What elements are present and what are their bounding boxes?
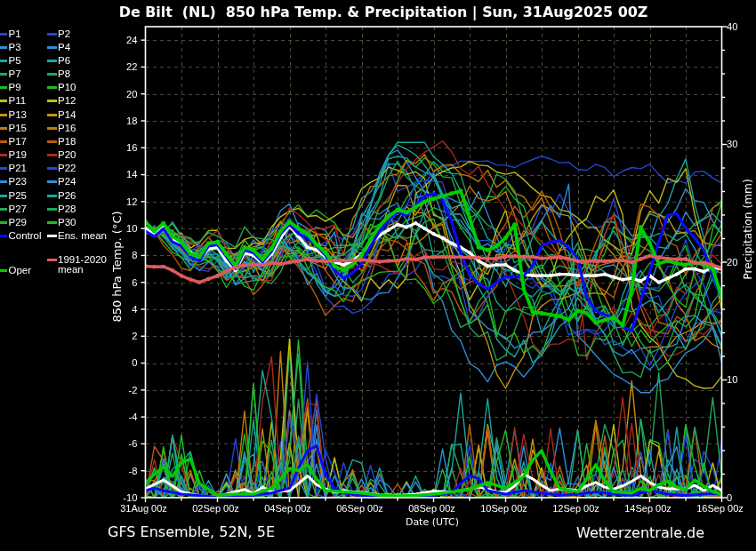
temp-climate-mean-marker [422, 255, 427, 260]
y-left-tick-label: 22 [126, 61, 137, 72]
legend-item-P10-swatch [47, 86, 57, 89]
legend-item-climate-swatch [47, 259, 57, 261]
temp-oper-marker [278, 229, 283, 234]
temp-oper-marker [647, 241, 652, 245]
legend-item-P3: P3 [0, 41, 21, 54]
legend-item-P30-swatch [47, 221, 57, 224]
temp-climate-mean-marker [495, 257, 499, 261]
temp-oper-marker [674, 261, 679, 266]
temp-oper-marker [324, 251, 328, 255]
temp-climate-mean-marker [656, 255, 661, 260]
legend-item-P3-swatch [0, 46, 7, 49]
legend-item-P1: P1 [0, 28, 21, 41]
legend-item-P13-label: P13 [9, 108, 27, 122]
legend-item-P23-label: P23 [9, 175, 27, 188]
legend-item-P27: P27 [0, 203, 27, 216]
temp-oper-marker [252, 248, 256, 252]
legend-item-P23-swatch [0, 180, 7, 183]
legend-item-P14-label: P14 [58, 108, 76, 122]
temp-oper-marker [540, 311, 544, 315]
temp-climate-mean-marker [549, 256, 553, 260]
temp-ens-mean-marker [405, 225, 408, 228]
temp-oper-marker [503, 236, 508, 240]
legend-item-P7-label: P7 [9, 68, 21, 81]
temp-climate-mean-marker [558, 255, 562, 260]
temp-climate-mean-marker [287, 260, 292, 265]
legend-item-P8-label: P8 [58, 68, 70, 81]
y-left-tick-label: 14 [126, 169, 137, 180]
y-left-tick-label: 8 [132, 250, 137, 260]
legend-item-P3-label: P3 [9, 41, 21, 54]
temp-climate-mean-marker [594, 259, 599, 263]
temp-climate-mean-marker [486, 257, 490, 261]
temp-ens-mean-marker [549, 274, 552, 277]
legend-item-P22-swatch [47, 167, 57, 170]
y-left-tick-label: 24 [126, 35, 137, 45]
legend-item-P5-label: P5 [9, 54, 21, 68]
temp-climate-mean-marker [252, 262, 256, 267]
temp-oper-marker [486, 248, 490, 252]
model-info-text: GFS Ensemble, 52N, 5E [108, 523, 275, 540]
temp-climate-mean-marker [152, 265, 157, 269]
temp-climate-mean-marker [639, 257, 643, 261]
temp-oper-marker [575, 308, 580, 313]
meteogram-page: {"title":"De Bilt (NL) 850 hPa Temp. & P… [0, 0, 756, 551]
legend-item-P2: P2 [47, 28, 70, 41]
legend-item-P30: P30 [47, 216, 76, 229]
temp-ens-mean-marker [558, 272, 561, 276]
temp-oper-marker [584, 311, 589, 315]
temp-oper-marker [170, 235, 174, 239]
temp-ens-mean-marker [575, 274, 579, 277]
temp-ens-mean-marker [666, 276, 670, 280]
temp-climate-mean-marker [278, 262, 283, 267]
temp-ens-mean-marker [684, 267, 688, 270]
legend-item-P2-label: P2 [58, 28, 70, 41]
temp-ens-mean-marker [495, 263, 498, 267]
legend-item-P7: P7 [0, 68, 21, 81]
legend-item-P20: P20 [47, 148, 76, 162]
legend-item-P24-swatch [47, 180, 57, 183]
y-left-tick-label: 6 [132, 277, 137, 288]
legend-item-P18: P18 [47, 135, 76, 148]
temp-oper-marker [197, 254, 202, 259]
legend-item-P28-label: P28 [58, 203, 76, 216]
temp-oper-marker [414, 204, 418, 209]
legend-item-P13: P13 [0, 108, 27, 122]
temp-ens-mean-marker [612, 276, 615, 279]
temp-ens-mean-marker [656, 281, 660, 284]
legend-item-P28: P28 [47, 203, 76, 216]
temp-oper-marker [215, 240, 220, 244]
y-left-tick-label: 18 [126, 116, 137, 126]
temp-climate-mean-marker [431, 255, 436, 260]
temp-oper-marker [612, 315, 616, 320]
legend-item-P22: P22 [47, 162, 76, 175]
legend-item-P29: P29 [0, 216, 27, 229]
temp-ens-mean-marker [531, 274, 535, 277]
temp-climate-mean-marker [171, 268, 175, 273]
y-left-tick-label: -2 [129, 385, 138, 395]
temp-climate-mean-marker [450, 255, 454, 260]
temp-climate-mean-marker [531, 255, 535, 260]
legend-item-P16-label: P16 [58, 122, 76, 135]
temp-oper-marker [396, 207, 400, 212]
temp-oper-marker [377, 224, 382, 228]
temp-oper-marker [602, 318, 607, 323]
temp-ens-mean-marker [422, 227, 426, 230]
temp-climate-mean-marker [324, 260, 328, 264]
temp-oper-marker [549, 313, 553, 317]
temp-climate-mean-marker [440, 255, 445, 260]
x-tick-label: 12Sep 00z [552, 503, 599, 514]
temp-climate-mean-marker [503, 254, 508, 259]
x-axis-label: Date (UTC) [281, 516, 583, 528]
legend-item-P15: P15 [0, 122, 27, 135]
legend-item-P6-label: P6 [58, 54, 70, 68]
legend-item-P24-label: P24 [58, 175, 76, 188]
temp-climate-mean-marker [350, 259, 355, 263]
temp-climate-mean-marker [630, 260, 634, 265]
temp-climate-mean-marker [261, 263, 265, 268]
legend-item-P16-swatch [47, 127, 57, 130]
legend-item-P21-label: P21 [9, 162, 27, 175]
temp-ens-mean-marker [503, 263, 507, 267]
precip-member-P21 [146, 363, 722, 498]
temp-oper-marker [261, 258, 265, 262]
